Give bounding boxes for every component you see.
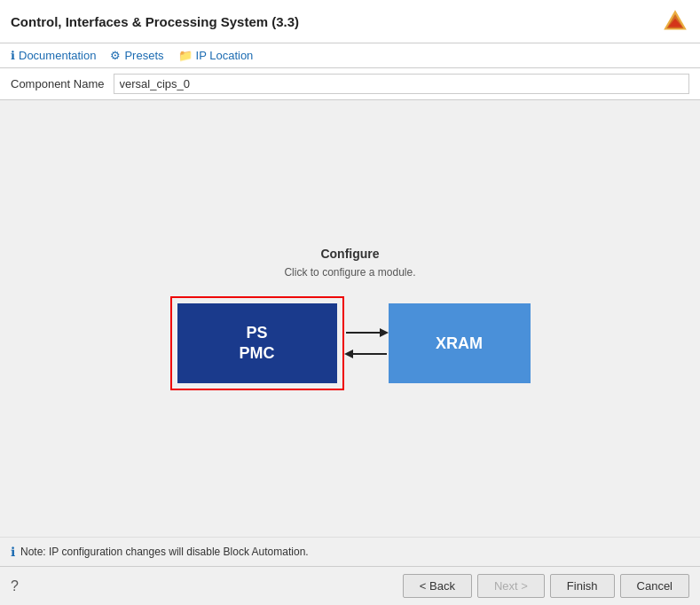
presets-link[interactable]: ⚙ Presets	[110, 49, 163, 62]
xram-button[interactable]: XRAM	[389, 303, 531, 383]
ps-label: PS	[246, 324, 267, 342]
ip-location-label: IP Location	[196, 49, 254, 62]
info-icon: ℹ	[11, 49, 15, 62]
help-icon[interactable]: ?	[11, 578, 19, 594]
arrows-area	[344, 325, 389, 362]
xram-label: XRAM	[436, 334, 483, 353]
arrow-right	[344, 325, 389, 341]
toolbar: ℹ Documentation ⚙ Presets 📁 IP Location	[0, 43, 700, 68]
note-text: Note: IP configuration changes will disa…	[20, 546, 309, 558]
title-bar: Control, Interfaces & Processing System …	[0, 0, 700, 43]
gear-icon: ⚙	[110, 49, 121, 62]
ps-pmc-wrapper: PS PMC	[170, 296, 344, 390]
configure-title: Configure	[320, 247, 379, 261]
ip-location-link[interactable]: 📁 IP Location	[178, 49, 254, 62]
presets-label: Presets	[124, 49, 163, 62]
svg-marker-4	[380, 328, 389, 337]
ps-pmc-label: PS PMC	[240, 323, 275, 365]
ps-pmc-button[interactable]: PS PMC	[177, 303, 337, 383]
back-button[interactable]: < Back	[403, 574, 472, 598]
pmc-label: PMC	[240, 344, 275, 362]
component-name-input[interactable]	[114, 74, 690, 94]
window-title: Control, Interfaces & Processing System …	[11, 14, 299, 29]
arrow-left	[344, 346, 389, 362]
footer-buttons: ? < Back Next > Finish Cancel	[0, 566, 700, 605]
cancel-button[interactable]: Cancel	[620, 574, 689, 598]
note-info-icon: ℹ	[11, 545, 15, 559]
component-name-label: Component Name	[11, 77, 105, 90]
configure-subtitle: Click to configure a module.	[284, 266, 415, 279]
footer-note: ℹ Note: IP configuration changes will di…	[0, 537, 700, 566]
diagram-area: PS PMC XRAM	[170, 296, 531, 390]
svg-marker-6	[344, 350, 353, 358]
logo-icon	[661, 7, 689, 35]
component-name-row: Component Name	[0, 68, 700, 100]
main-content: Configure Click to configure a module. P…	[0, 100, 700, 537]
documentation-link[interactable]: ℹ Documentation	[11, 49, 96, 62]
button-group: < Back Next > Finish Cancel	[403, 574, 689, 598]
folder-icon: 📁	[178, 49, 193, 62]
next-button[interactable]: Next >	[477, 574, 545, 598]
documentation-label: Documentation	[19, 49, 96, 62]
finish-button[interactable]: Finish	[550, 574, 615, 598]
